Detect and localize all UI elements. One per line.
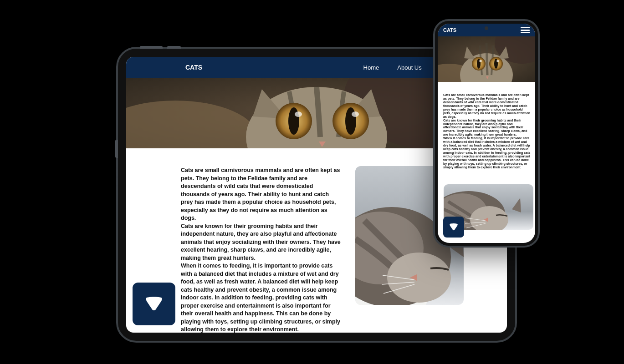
article-body: Cats are small carnivorous mammals and a… <box>443 94 531 170</box>
phone-device: CATS <box>433 19 540 248</box>
phone-camera-dot <box>485 26 488 30</box>
nav-home[interactable]: Home <box>363 64 379 71</box>
phone-screen: CATS <box>438 24 535 243</box>
phone-main-content: Cats are small carnivorous mammals and a… <box>438 82 535 234</box>
article-body: Cats are small carnivorous mammals and a… <box>181 167 342 333</box>
brand-logo[interactable]: CATS <box>185 64 202 71</box>
svg-point-24 <box>496 60 499 62</box>
nav-about[interactable]: About Us <box>397 64 421 71</box>
svg-point-9 <box>352 111 359 117</box>
floating-action-button[interactable] <box>133 283 175 325</box>
tablet-hw-button <box>115 140 118 158</box>
dropdown-heart-icon <box>449 222 459 232</box>
dropdown-heart-icon <box>144 295 164 313</box>
article-p1: Cats are small carnivorous mammals and a… <box>181 167 342 222</box>
svg-point-6 <box>295 111 302 117</box>
tablet-hw-button <box>167 46 181 49</box>
floating-action-button[interactable] <box>443 217 464 238</box>
article-p1: Cats are small carnivorous mammals and a… <box>443 94 531 119</box>
article-p3: When it comes to feeding, it is importan… <box>443 137 531 169</box>
svg-point-21 <box>479 60 482 62</box>
tablet-speaker-dots <box>116 167 118 187</box>
phone-navbar: CATS <box>438 24 535 36</box>
svg-point-8 <box>345 107 356 135</box>
hamburger-menu-icon[interactable] <box>521 27 530 33</box>
svg-point-5 <box>288 107 299 135</box>
tablet-hw-button <box>140 46 163 49</box>
article-p2: Cats are known for their grooming habits… <box>181 222 342 263</box>
article-p3: When it comes to feeding, it is importan… <box>181 262 342 333</box>
hero-image-cat-peeking <box>438 36 535 82</box>
brand-logo[interactable]: CATS <box>443 27 456 33</box>
article-p2: Cats are known for their grooming habits… <box>443 119 531 137</box>
